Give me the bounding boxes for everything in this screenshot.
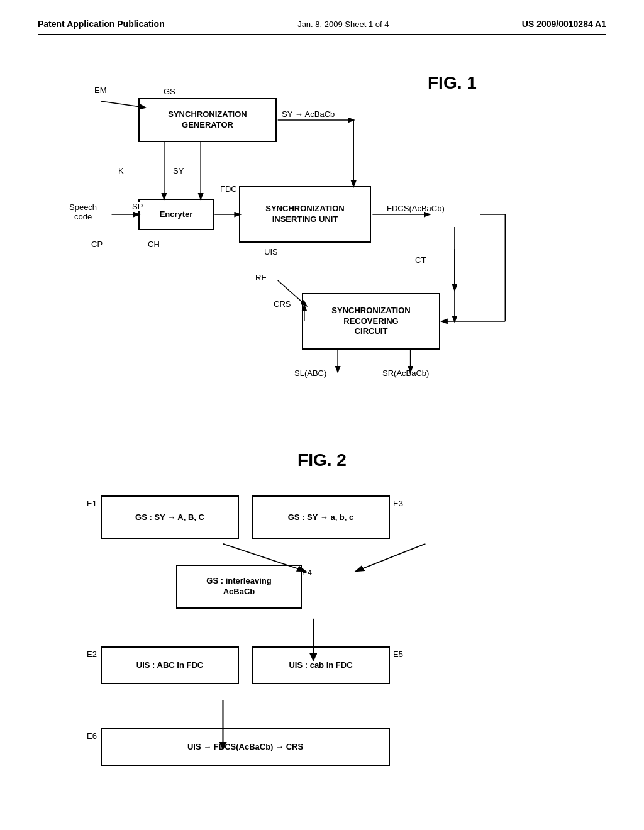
lbl-e6: E6 <box>87 731 97 741</box>
lbl-cp: CP <box>91 240 103 249</box>
lbl-sr: SR(AcBaCb) <box>382 368 429 378</box>
lbl-k: K <box>118 166 124 175</box>
svg-line-21 <box>357 544 426 571</box>
lbl-re: RE <box>255 273 267 282</box>
encryter-box: Encryter <box>138 199 214 230</box>
lbl-e2: E2 <box>87 650 97 659</box>
lbl-gs: GS <box>164 87 175 96</box>
lbl-e1: E1 <box>87 499 97 508</box>
sync-gen-box: SYNCHRONIZATION GENERATOR <box>138 98 277 142</box>
lbl-fdcs: FDCS(AcBaCb) <box>387 204 445 213</box>
header-left: Patent Application Publication <box>38 19 165 29</box>
lbl-e4: E4 <box>302 568 312 577</box>
lbl-fdc: FDC <box>220 184 237 194</box>
e5-box: UIS : cab in FDC <box>252 646 390 684</box>
lbl-e5: E5 <box>393 650 403 659</box>
fig1-diagram: FIG. 1 SYNCHRONIZATION GENERATOR Encryte… <box>38 60 606 412</box>
lbl-speech-code: Speechcode <box>69 202 97 221</box>
e4-box: GS : interleaving AcBaCb <box>176 565 302 609</box>
page: Patent Application Publication Jan. 8, 2… <box>0 0 644 830</box>
header-right: US 2009/0010284 A1 <box>522 19 606 29</box>
sync-recover-box: SYNCHRONIZATION RECOVERING CIRCUIT <box>302 293 440 350</box>
header: Patent Application Publication Jan. 8, 2… <box>38 19 606 35</box>
lbl-sy-acabacb: SY → AcBaCb <box>282 109 335 119</box>
fig2-label: FIG. 2 <box>38 450 606 470</box>
fig2-diagram: GS : SY → A, B, C GS : SY → a, b, c GS :… <box>38 489 606 816</box>
lbl-uis: UIS <box>264 247 278 257</box>
e3-box: GS : SY → a, b, c <box>252 495 390 540</box>
e1-box: GS : SY → A, B, C <box>101 495 239 540</box>
lbl-em: EM <box>94 86 107 95</box>
lbl-crs: CRS <box>274 299 291 309</box>
lbl-e3: E3 <box>393 499 403 508</box>
e2-box: UIS : ABC in FDC <box>101 646 239 684</box>
lbl-ct: CT <box>415 255 426 265</box>
header-center: Jan. 8, 2009 Sheet 1 of 4 <box>297 19 389 29</box>
lbl-ch: CH <box>148 240 160 249</box>
lbl-sy: SY <box>173 166 184 175</box>
lbl-sp: SP <box>132 202 143 211</box>
e6-box: UIS → FDCS(AcBaCb) → CRS <box>101 728 390 766</box>
lbl-sl: SL(ABC) <box>294 368 326 378</box>
sync-insert-box: SYNCHRONIZATION INSERTING UNIT <box>239 186 371 243</box>
fig1-label: FIG. 1 <box>428 73 477 93</box>
